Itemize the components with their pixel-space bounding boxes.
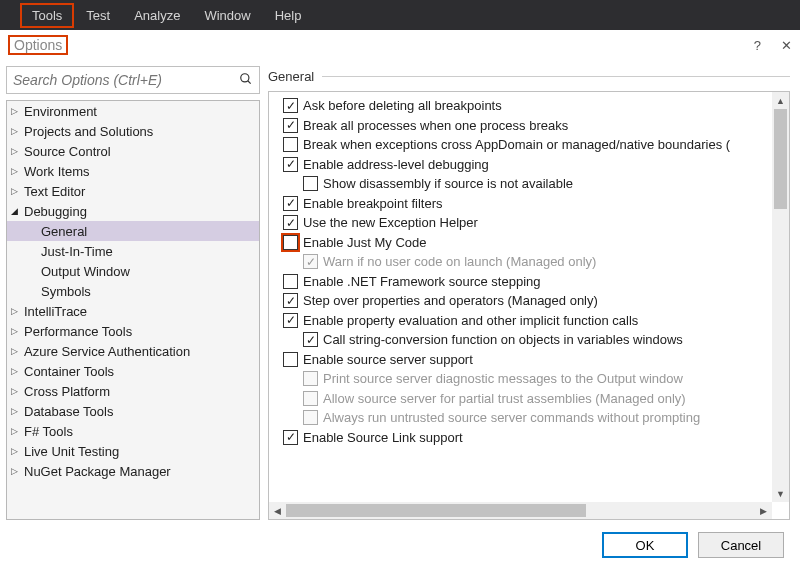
- option-label: Show disassembly if source is not availa…: [323, 176, 573, 191]
- checkbox[interactable]: [283, 274, 298, 289]
- vertical-scrollbar[interactable]: ▲ ▼: [772, 92, 789, 502]
- tree-item-label: Live Unit Testing: [24, 444, 119, 459]
- option-row[interactable]: Enable property evaluation and other imp…: [273, 311, 789, 331]
- option-label: Enable Just My Code: [303, 235, 427, 250]
- search-icon[interactable]: [239, 72, 253, 89]
- tree-item-work-items[interactable]: ▷Work Items: [7, 161, 259, 181]
- horizontal-scrollbar[interactable]: ◀ ▶: [269, 502, 772, 519]
- left-pane: ▷Environment▷Projects and Solutions▷Sour…: [6, 66, 260, 520]
- scroll-thumb[interactable]: [774, 109, 787, 209]
- option-row[interactable]: Enable source server support: [273, 350, 789, 370]
- checkbox[interactable]: [283, 430, 298, 445]
- checkbox[interactable]: [283, 215, 298, 230]
- close-button[interactable]: ✕: [781, 38, 792, 53]
- menu-test[interactable]: Test: [74, 3, 122, 28]
- option-row[interactable]: Break when exceptions cross AppDomain or…: [273, 135, 789, 155]
- tree-item-debugging[interactable]: ◢Debugging: [7, 201, 259, 221]
- checkbox: [303, 391, 318, 406]
- checkbox[interactable]: [283, 118, 298, 133]
- option-label: Step over properties and operators (Mana…: [303, 293, 598, 308]
- chevron-right-icon[interactable]: ▷: [11, 146, 21, 156]
- help-button[interactable]: ?: [754, 38, 761, 53]
- checkbox[interactable]: [283, 196, 298, 211]
- tree-item-environment[interactable]: ▷Environment: [7, 101, 259, 121]
- menu-tools[interactable]: Tools: [20, 3, 74, 28]
- tree-item-just-in-time[interactable]: Just-In-Time: [7, 241, 259, 261]
- chevron-down-icon[interactable]: ◢: [11, 206, 21, 216]
- tree-item-intellitrace[interactable]: ▷IntelliTrace: [7, 301, 259, 321]
- option-row[interactable]: Step over properties and operators (Mana…: [273, 291, 789, 311]
- tree-item-label: Performance Tools: [24, 324, 132, 339]
- tree-item-general[interactable]: General: [7, 221, 259, 241]
- ok-button[interactable]: OK: [602, 532, 688, 558]
- scroll-down-icon[interactable]: ▼: [772, 485, 789, 502]
- chevron-right-icon[interactable]: ▷: [11, 186, 21, 196]
- menu-help[interactable]: Help: [263, 3, 314, 28]
- checkbox[interactable]: [303, 332, 318, 347]
- chevron-right-icon[interactable]: ▷: [11, 426, 21, 436]
- option-row[interactable]: Ask before deleting all breakpoints: [273, 96, 789, 116]
- chevron-right-icon[interactable]: ▷: [11, 126, 21, 136]
- chevron-right-icon[interactable]: ▷: [11, 306, 21, 316]
- search-input[interactable]: [13, 72, 239, 88]
- tree-item-text-editor[interactable]: ▷Text Editor: [7, 181, 259, 201]
- checkbox[interactable]: [283, 235, 298, 250]
- option-row[interactable]: Enable Source Link support: [273, 428, 789, 448]
- search-box[interactable]: [6, 66, 260, 94]
- option-row[interactable]: Enable address-level debugging: [273, 155, 789, 175]
- checkbox: [303, 254, 318, 269]
- chevron-right-icon[interactable]: ▷: [11, 106, 21, 116]
- cancel-button[interactable]: Cancel: [698, 532, 784, 558]
- tree-item-performance-tools[interactable]: ▷Performance Tools: [7, 321, 259, 341]
- menu-analyze[interactable]: Analyze: [122, 3, 192, 28]
- chevron-right-icon[interactable]: ▷: [11, 406, 21, 416]
- checkbox[interactable]: [283, 313, 298, 328]
- tree-item-container-tools[interactable]: ▷Container Tools: [7, 361, 259, 381]
- scroll-right-icon[interactable]: ▶: [755, 502, 772, 519]
- chevron-right-icon[interactable]: ▷: [11, 446, 21, 456]
- tree-item-output-window[interactable]: Output Window: [7, 261, 259, 281]
- tree-item-cross-platform[interactable]: ▷Cross Platform: [7, 381, 259, 401]
- checkbox[interactable]: [283, 98, 298, 113]
- option-row[interactable]: Break all processes when one process bre…: [273, 116, 789, 136]
- scroll-up-icon[interactable]: ▲: [772, 92, 789, 109]
- tree-item-f-tools[interactable]: ▷F# Tools: [7, 421, 259, 441]
- checkbox[interactable]: [283, 157, 298, 172]
- option-label: Enable address-level debugging: [303, 157, 489, 172]
- option-row[interactable]: Use the new Exception Helper: [273, 213, 789, 233]
- option-label: Print source server diagnostic messages …: [323, 371, 683, 386]
- chevron-right-icon[interactable]: ▷: [11, 386, 21, 396]
- chevron-right-icon[interactable]: ▷: [11, 466, 21, 476]
- chevron-right-icon[interactable]: ▷: [11, 366, 21, 376]
- tree-item-label: Projects and Solutions: [24, 124, 153, 139]
- tree-item-symbols[interactable]: Symbols: [7, 281, 259, 301]
- option-label: Enable breakpoint filters: [303, 196, 442, 211]
- chevron-right-icon[interactable]: ▷: [11, 166, 21, 176]
- menu-window[interactable]: Window: [192, 3, 262, 28]
- checkbox[interactable]: [283, 352, 298, 367]
- chevron-right-icon[interactable]: ▷: [11, 346, 21, 356]
- category-tree[interactable]: ▷Environment▷Projects and Solutions▷Sour…: [6, 100, 260, 520]
- option-row[interactable]: Show disassembly if source is not availa…: [273, 174, 789, 194]
- tree-item-source-control[interactable]: ▷Source Control: [7, 141, 259, 161]
- tree-item-label: Output Window: [41, 264, 130, 279]
- tree-item-database-tools[interactable]: ▷Database Tools: [7, 401, 259, 421]
- tree-item-azure-service-authentication[interactable]: ▷Azure Service Authentication: [7, 341, 259, 361]
- option-row[interactable]: Call string-conversion function on objec…: [273, 330, 789, 350]
- hscroll-thumb[interactable]: [286, 504, 586, 517]
- tree-item-projects-and-solutions[interactable]: ▷Projects and Solutions: [7, 121, 259, 141]
- checkbox[interactable]: [303, 176, 318, 191]
- checkbox[interactable]: [283, 293, 298, 308]
- tree-item-live-unit-testing[interactable]: ▷Live Unit Testing: [7, 441, 259, 461]
- chevron-right-icon[interactable]: ▷: [11, 326, 21, 336]
- tree-item-nuget-package-manager[interactable]: ▷NuGet Package Manager: [7, 461, 259, 481]
- option-row[interactable]: Enable .NET Framework source stepping: [273, 272, 789, 292]
- option-row[interactable]: Enable breakpoint filters: [273, 194, 789, 214]
- option-row[interactable]: Enable Just My Code: [273, 233, 789, 253]
- scroll-left-icon[interactable]: ◀: [269, 503, 286, 520]
- tree-item-label: Container Tools: [24, 364, 114, 379]
- tree-item-label: Source Control: [24, 144, 111, 159]
- checkbox[interactable]: [283, 137, 298, 152]
- options-list: Ask before deleting all breakpointsBreak…: [269, 92, 789, 447]
- section-divider: [322, 76, 790, 77]
